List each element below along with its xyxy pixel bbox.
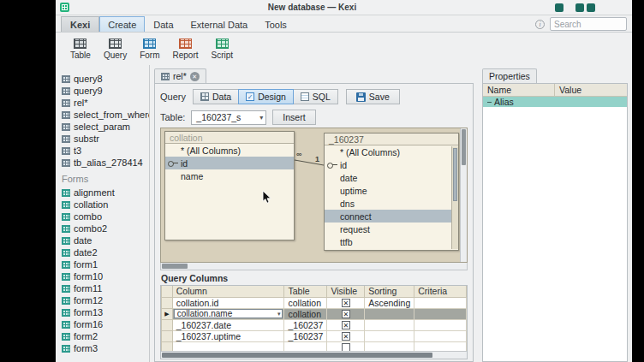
view-data-button[interactable]: Data [193,89,239,104]
sidebar-item-form13[interactable]: form13 [56,306,149,318]
canvas-vertical-scrollbar[interactable] [460,128,467,262]
table-cell[interactable]: collation [284,308,327,319]
sidebar-item-rel[interactable]: rel* [56,97,149,109]
sidebar-item-form2[interactable]: form2 [56,330,149,342]
close-button[interactable] [587,3,595,12]
visible-checkbox[interactable] [342,332,350,341]
field-row[interactable]: uptime [325,184,458,197]
toolbar-script-button[interactable]: Script [206,36,239,62]
grid-row[interactable]: collation.idcollationAscending [162,297,467,308]
column-cell[interactable]: _160237.uptime [172,330,284,341]
sidebar-item-select-from-where[interactable]: select_from_where [56,109,149,121]
visible-checkbox[interactable] [342,343,350,352]
sidebar-item-collation[interactable]: collation [56,199,149,211]
field-row[interactable]: date [325,171,458,184]
properties-tab[interactable]: Properties [482,68,537,83]
column-combo[interactable]: collation.name▾ [174,309,283,318]
toolbar-report-button[interactable]: Report [167,36,203,62]
cardinality-many-label: ∞ [296,150,301,158]
save-button[interactable]: Save [346,89,400,104]
field-row[interactable]: ttfb [325,235,458,248]
field-row[interactable]: name [165,169,294,182]
scrollbar-thumb[interactable] [162,353,432,358]
criteria-cell[interactable] [414,319,467,330]
grid-row[interactable]: ▶collation.name▾collation [162,308,467,319]
field-row[interactable]: * (All Columns) [325,145,458,158]
tab-data[interactable]: Data [145,16,182,32]
toolbar-table-button[interactable]: Table [65,36,96,62]
sidebar-item-form10[interactable]: form10 [56,270,149,282]
document-tab-rel[interactable]: rel* ✕ [154,68,206,83]
field-icon-slot [168,146,178,155]
insert-button[interactable]: Insert [272,110,315,125]
view-sql-button[interactable]: SQL [293,89,338,104]
visible-checkbox[interactable] [342,321,350,329]
property-row-alias[interactable]: Alias [483,97,627,107]
toolbar-form-button[interactable]: Form [134,36,164,62]
close-tab-icon[interactable]: ✕ [190,72,200,81]
sidebar-item-substr[interactable]: substr [56,133,149,145]
table-cell[interactable]: collation [284,297,327,308]
grid-row[interactable]: _160237.uptime_160237 [162,330,467,341]
view-design-button[interactable]: Design [238,89,294,104]
sidebar-item-form1[interactable]: form1 [56,258,149,270]
table-cell[interactable]: _160237 [284,330,327,341]
sidebar-item-query9[interactable]: query9 [56,85,149,97]
criteria-cell[interactable] [414,297,467,308]
sidebar-item-form3[interactable]: form3 [56,342,149,354]
visible-checkbox[interactable] [342,299,350,307]
column-cell[interactable]: _160237.date [172,319,284,330]
relation-table-160237[interactable]: _160237* (All Columns)iddateuptimednscon… [324,133,459,251]
sidebar-item-combo2[interactable]: combo2 [56,223,149,234]
cardinality-one-label: 1 [315,155,319,163]
field-row[interactable]: * (All Columns) [165,144,294,157]
sidebar-item-tb-alias-278414[interactable]: tb_alias_278414 [56,157,149,169]
scrollbar-thumb[interactable] [462,129,466,165]
relation-table-collation[interactable]: collation* (All Columns)idname [164,131,295,240]
field-row[interactable]: connect [325,210,458,223]
sorting-cell[interactable] [365,330,414,341]
tab-tools[interactable]: Tools [256,16,295,32]
sidebar-item-combo[interactable]: combo [56,211,149,223]
sorting-cell[interactable] [365,308,414,319]
sorting-cell[interactable] [365,319,414,330]
field-row[interactable]: id [325,158,458,171]
canvas-horizontal-scrollbar[interactable] [160,263,468,270]
toolbar-query-button[interactable]: Query [98,36,132,62]
sidebar-item-select-param[interactable]: select_param [56,121,149,133]
table-select[interactable]: _160237_s ▾ [191,110,266,125]
sidebar-item-form16[interactable]: form16 [56,318,149,330]
titlebar[interactable]: New database — Kexi [56,0,632,15]
queries-list: query8query9rel*select_from_whereselect_… [56,73,149,169]
sidebar-item-date2[interactable]: date2 [56,246,149,258]
scrollbar-thumb[interactable] [162,264,188,269]
minimize-button[interactable] [555,3,564,12]
table-cell[interactable]: _160237 [284,319,327,330]
sidebar-item-date[interactable]: date [56,234,149,246]
kexi-menu-button[interactable]: Kexi [61,16,99,32]
sidebar-item-query8[interactable]: query8 [56,73,149,85]
maximize-button[interactable] [575,3,584,12]
grid-horizontal-scrollbar[interactable] [161,351,467,359]
sidebar-item-form12[interactable]: form12 [56,294,149,306]
info-icon[interactable]: i [535,20,545,29]
search-input[interactable] [550,17,627,31]
scrollbar-thumb[interactable] [453,148,457,201]
sidebar-item-t3[interactable]: t3 [56,145,149,157]
field-row[interactable]: id [165,157,294,169]
grid-row[interactable]: _160237.date_160237 [162,319,467,330]
sorting-cell[interactable]: Ascending [365,297,414,308]
properties-rows: Alias [483,97,627,107]
field-row[interactable]: dns [325,197,458,210]
criteria-cell[interactable] [414,330,467,341]
field-row[interactable]: request [325,223,458,235]
tab-external-data[interactable]: External Data [182,16,257,32]
visible-checkbox[interactable] [342,310,350,318]
sidebar-item-form11[interactable]: form11 [56,282,149,294]
relations-canvas[interactable]: collation* (All Columns)idname _160237* … [160,128,468,263]
criteria-cell[interactable] [414,308,467,319]
column-cell[interactable]: collation.id [172,297,284,308]
tab-create[interactable]: Create [99,16,145,32]
sidebar-item-alignment[interactable]: alignment [56,187,149,199]
table-inner-scrollbar[interactable] [451,146,458,249]
